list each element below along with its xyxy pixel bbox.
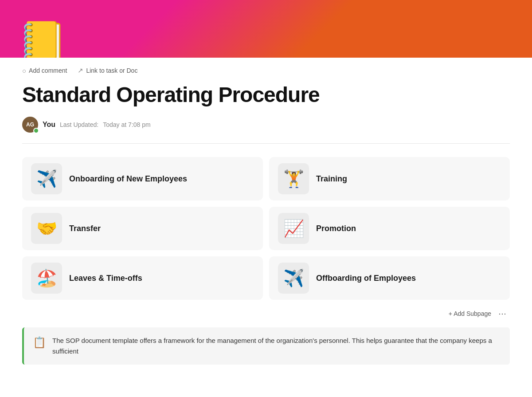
header-banner: 📒 [0, 0, 532, 58]
link-button[interactable]: ↗ Link to task or Doc [78, 67, 137, 75]
promotion-label: Promotion [316, 224, 356, 233]
main-content: ○ Add comment ↗ Link to task or Doc Stan… [0, 58, 532, 382]
onboarding-label: Onboarding of New Employees [69, 174, 187, 184]
link-icon: ↗ [78, 67, 83, 75]
info-box-text: The SOP document template offers a frame… [52, 335, 501, 357]
training-label: Training [316, 174, 347, 184]
toolbar: ○ Add comment ↗ Link to task or Doc [22, 67, 510, 75]
leaves-icon: 🏖️ [31, 263, 62, 294]
add-subpage-row: + Add Subpage ⋯ [22, 309, 510, 318]
add-subpage-label: + Add Subpage [449, 310, 491, 317]
avatar-initials: AG [26, 122, 34, 128]
add-comment-button[interactable]: ○ Add comment [22, 67, 67, 75]
subpage-card-promotion[interactable]: 📈 Promotion [269, 207, 510, 250]
banner-background [0, 0, 532, 58]
add-subpage-button[interactable]: + Add Subpage [449, 310, 491, 317]
subpage-card-transfer[interactable]: 🤝 Transfer [22, 207, 263, 250]
online-badge [33, 128, 39, 134]
info-box-icon: 📋 [33, 336, 46, 349]
transfer-label: Transfer [69, 224, 101, 233]
offboarding-label: Offboarding of Employees [316, 274, 416, 283]
link-label: Link to task or Doc [86, 67, 137, 74]
promotion-icon: 📈 [278, 213, 309, 244]
section-divider [22, 143, 510, 144]
author-updated-time: Today at 7:08 pm [103, 121, 150, 128]
subpage-card-offboarding[interactable]: ✈️ Offboarding of Employees [269, 256, 510, 300]
comment-icon: ○ [22, 67, 26, 75]
author-name: You [43, 121, 55, 129]
add-comment-label: Add comment [29, 67, 67, 74]
author-row: AG You Last Updated: Today at 7:08 pm [22, 117, 510, 133]
offboarding-icon: ✈️ [278, 263, 309, 294]
subpages-grid: ✈️ Onboarding of New Employees 🏋️ Traini… [22, 157, 510, 300]
leaves-label: Leaves & Time-offs [69, 274, 142, 283]
info-box: 📋 The SOP document template offers a fra… [22, 327, 510, 365]
subpage-card-leaves[interactable]: 🏖️ Leaves & Time-offs [22, 256, 263, 300]
training-icon: 🏋️ [278, 163, 309, 194]
onboarding-icon: ✈️ [31, 163, 62, 194]
transfer-icon: 🤝 [31, 213, 62, 244]
notebook-icon: 📒 [18, 22, 67, 58]
more-options-button[interactable]: ⋯ [497, 309, 508, 318]
page-title: Standard Operating Procedure [22, 83, 510, 107]
author-updated-label: Last Updated: [60, 121, 98, 128]
subpage-card-training[interactable]: 🏋️ Training [269, 157, 510, 200]
subpage-card-onboarding[interactable]: ✈️ Onboarding of New Employees [22, 157, 263, 200]
avatar: AG [22, 117, 38, 133]
